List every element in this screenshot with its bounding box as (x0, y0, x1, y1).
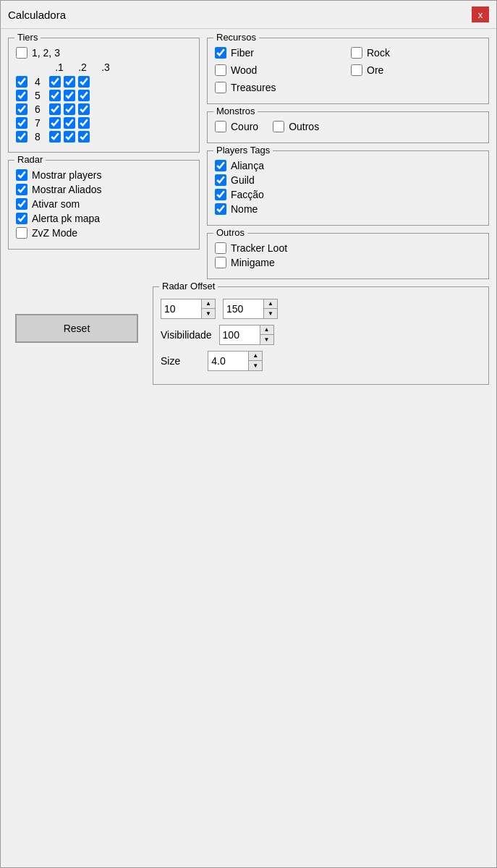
radar-offset-y-field[interactable] (224, 299, 263, 318)
radar-offset-title: Radar Offset (159, 281, 218, 292)
recursos-item-3: Ore (351, 64, 481, 76)
monstros-0-label[interactable]: Couro (231, 121, 258, 132)
recursos-item-2: Wood (215, 64, 345, 76)
tier-row-5: 5 (16, 90, 192, 101)
radar-3-checkbox[interactable] (16, 213, 27, 224)
recursos-item-4: Treasures (215, 82, 481, 93)
players-tags-1-label[interactable]: Guild (231, 174, 255, 186)
players-tags-group: Players Tags Aliança Guild Facção (207, 150, 489, 226)
visibilidade-input[interactable]: ▲ ▼ (219, 325, 274, 345)
size-down[interactable]: ▼ (249, 361, 262, 370)
bottom-area: Reset Radar Offset ▲ ▼ (1, 286, 496, 399)
players-tags-0-label[interactable]: Aliança (231, 160, 264, 171)
radar-offset-y-down[interactable]: ▼ (264, 309, 277, 318)
players-tags-group-title: Players Tags (213, 145, 273, 156)
tier-6-1-checkbox[interactable] (49, 103, 61, 115)
tier-6-2-checkbox[interactable] (64, 103, 75, 115)
radar-item-1: Mostrar Aliados (16, 184, 192, 195)
tier-7-checkbox[interactable] (16, 117, 27, 129)
tier-7-3-checkbox[interactable] (78, 117, 90, 129)
recursos-2-checkbox[interactable] (215, 64, 226, 76)
tier-4-1-checkbox[interactable] (49, 76, 61, 88)
radar-group: Radar Mostrar players Mostrar Aliados At… (8, 160, 200, 250)
tier-4-2-checkbox[interactable] (64, 76, 75, 88)
radar-4-checkbox[interactable] (16, 227, 27, 239)
radar-0-checkbox[interactable] (16, 169, 27, 181)
players-tags-item-3: Nome (215, 203, 481, 215)
radar-offset-x-input[interactable]: ▲ ▼ (161, 299, 216, 319)
close-button[interactable]: x (472, 7, 489, 22)
size-input[interactable]: ▲ ▼ (208, 351, 263, 371)
radar-3-label[interactable]: Alerta pk mapa (32, 213, 100, 224)
recursos-1-checkbox[interactable] (351, 47, 362, 59)
players-tags-0-checkbox[interactable] (215, 160, 226, 171)
monstros-1-label[interactable]: Outros (289, 121, 319, 132)
radar-1-checkbox[interactable] (16, 184, 27, 195)
radar-offset-y-input[interactable]: ▲ ▼ (223, 299, 278, 319)
monstros-0-checkbox[interactable] (215, 121, 226, 132)
tier-4-checkbox[interactable] (16, 76, 27, 88)
reset-button[interactable]: Reset (15, 314, 138, 343)
monstros-1-checkbox[interactable] (273, 121, 284, 132)
tier-8-2-checkbox[interactable] (64, 131, 75, 142)
tier-5-3-checkbox[interactable] (78, 90, 90, 101)
tier-5-1-checkbox[interactable] (49, 90, 61, 101)
tier-all-checkbox[interactable] (16, 47, 27, 59)
size-up[interactable]: ▲ (249, 352, 262, 361)
radar-offset-group: Radar Offset ▲ ▼ ▲ ▼ (153, 286, 489, 385)
radar-offset-x-field[interactable] (161, 299, 201, 318)
right-column: Recursos Fiber Rock Wood (207, 38, 489, 279)
left-column: Tiers 1, 2, 3 .1 .2 .3 (8, 38, 200, 279)
tier-8-checkbox[interactable] (16, 131, 27, 142)
radar-item-0: Mostrar players (16, 169, 192, 181)
players-tags-2-checkbox[interactable] (215, 189, 226, 200)
recursos-4-label[interactable]: Treasures (231, 82, 276, 93)
tier-6-3-checkbox[interactable] (78, 103, 90, 115)
radar-2-label[interactable]: Ativar som (32, 198, 80, 210)
visibilidade-field[interactable] (220, 326, 260, 344)
tier-5-checkbox[interactable] (16, 90, 27, 101)
tier-dot-headers: .1 .2 .3 (51, 61, 192, 73)
radar-0-label[interactable]: Mostrar players (32, 169, 101, 181)
radar-offset-x-up[interactable]: ▲ (202, 299, 215, 309)
recursos-3-checkbox[interactable] (351, 64, 362, 76)
tiers-all-row: 1, 2, 3 (16, 47, 192, 59)
outros-1-checkbox[interactable] (215, 257, 226, 268)
tier-7-2-checkbox[interactable] (64, 117, 75, 129)
players-tags-1-checkbox[interactable] (215, 174, 226, 186)
tier-row-8: 8 (16, 131, 192, 142)
radar-item-3: Alerta pk mapa (16, 213, 192, 224)
outros-1-label[interactable]: Minigame (231, 257, 275, 268)
outros-item-0: Tracker Loot (215, 242, 481, 254)
recursos-2-label[interactable]: Wood (231, 64, 257, 76)
recursos-1-label[interactable]: Rock (367, 47, 390, 59)
recursos-0-label[interactable]: Fiber (231, 47, 254, 59)
tier-6-checkbox[interactable] (16, 103, 27, 115)
visibilidade-up[interactable]: ▲ (260, 326, 273, 335)
outros-0-checkbox[interactable] (215, 242, 226, 254)
recursos-4-checkbox[interactable] (215, 82, 226, 93)
monstros-group-title: Monstros (213, 106, 258, 116)
tier-5-2-checkbox[interactable] (64, 90, 75, 101)
recursos-group: Recursos Fiber Rock Wood (207, 38, 489, 104)
outros-0-label[interactable]: Tracker Loot (231, 242, 287, 254)
tier-all-label[interactable]: 1, 2, 3 (32, 47, 60, 59)
players-tags-3-label[interactable]: Nome (231, 203, 258, 215)
players-tags-2-label[interactable]: Facção (231, 189, 264, 200)
main-content: Tiers 1, 2, 3 .1 .2 .3 (1, 29, 496, 286)
tier-7-1-checkbox[interactable] (49, 117, 61, 129)
radar-2-checkbox[interactable] (16, 198, 27, 210)
radar-offset-x-down[interactable]: ▼ (202, 309, 215, 318)
size-field[interactable] (208, 352, 248, 370)
recursos-0-checkbox[interactable] (215, 47, 226, 59)
players-tags-3-checkbox[interactable] (215, 203, 226, 215)
radar-offset-y-up[interactable]: ▲ (264, 299, 277, 309)
radar-4-label[interactable]: ZvZ Mode (32, 227, 77, 239)
tier-8-1-checkbox[interactable] (49, 131, 61, 142)
radar-1-label[interactable]: Mostrar Aliados (32, 184, 101, 195)
tier-8-3-checkbox[interactable] (78, 131, 90, 142)
outros-group-title: Outros (213, 227, 247, 238)
recursos-3-label[interactable]: Ore (367, 64, 383, 76)
tier-4-3-checkbox[interactable] (78, 76, 90, 88)
visibilidade-down[interactable]: ▼ (260, 335, 273, 344)
